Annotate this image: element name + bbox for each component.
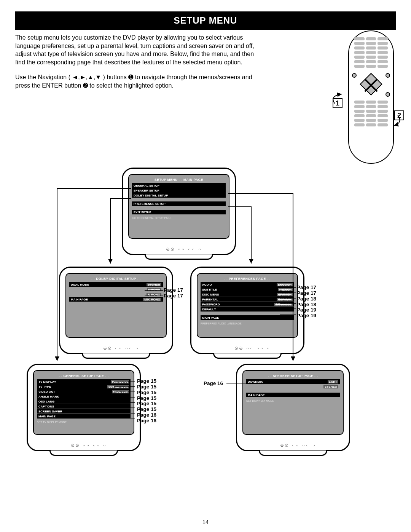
menu-item: ANGLE MARK xyxy=(37,394,131,399)
menu-item-label: MAIN PAGE xyxy=(38,415,56,418)
callout-flag-1: 1 xyxy=(333,98,342,108)
tv-knobs: ⦾⦾ ○○ ○○ ○ xyxy=(65,346,177,351)
menu-item-value: STEREO xyxy=(147,283,161,286)
page-reference: Page 15 xyxy=(137,379,156,384)
menu-item: DISC MENUSPANISH xyxy=(201,292,294,297)
page-reference: Page 17 xyxy=(164,288,183,293)
menu-item-label: MAIN PAGE xyxy=(71,298,88,301)
screen-dolby-title: - - DOLBY DIGITAL SETUP - - xyxy=(69,277,163,281)
right-arrow-icon: ► xyxy=(80,74,86,80)
intro-paragraph: The setup menu lets you customize the DV… xyxy=(15,34,259,66)
menu-item: TV TYPELETTER BOX xyxy=(37,384,131,389)
menu-item-value: SPANISH xyxy=(277,293,293,296)
screen-general-title: - - GENERAL SETUP PAGE - - xyxy=(37,374,131,378)
menu-item-label: SPEAKER SETUP xyxy=(134,189,159,192)
tv-knobs: ⦾⦾ ○○ ○○ ○ xyxy=(242,443,354,448)
menu-item: SUBTITLEFRENCH xyxy=(201,287,294,292)
menu-item-label: GENERAL SETUP xyxy=(134,184,159,187)
page-reference: Page 18 xyxy=(297,296,316,302)
manual-page: SETUP MENU The setup menu lets you custo… xyxy=(0,0,411,532)
menu-item-value: WIDE 16:9 xyxy=(112,390,129,393)
screen-prefs: - - PREFERENCES PAGE - - AUDIOENGLISHSUB… xyxy=(197,273,298,338)
menu-item-label: DEFAULT xyxy=(202,308,216,311)
menu-item-value: STEREO xyxy=(323,385,338,388)
menu-item-label: SCREEN SAVER xyxy=(38,410,62,413)
menu-item: DOWNMIXLT/RT xyxy=(246,379,340,384)
navigation-instructions: Use the Navigation ( ◄,►,▲,▼ ) buttons ➊… xyxy=(15,73,259,89)
menu-item: AUDIOENGLISH xyxy=(201,282,294,287)
speaker-page-refs: Page 16 xyxy=(204,381,223,387)
tv-knobs: ⦾⦾ ○○ ○○ ○ xyxy=(33,443,145,448)
menu-item-label: DOLBY DIGITAL SETUP xyxy=(134,194,168,197)
page-title: SETUP MENU xyxy=(15,11,396,30)
dolby-page-refs: Page 17Page 17 xyxy=(164,288,183,299)
screen-dolby: - - DOLBY DIGITAL SETUP - - DUAL MODESTE… xyxy=(65,273,167,338)
tv-main-page: SETUP MENU - - MAIN PAGE GENERAL SETUPSP… xyxy=(122,168,236,255)
menu-item: PASSWORDJAPANESE xyxy=(201,302,294,307)
menu-item: VIDEO OUTWIDE 16:9 xyxy=(37,389,131,394)
page-reference: Page 17 xyxy=(164,293,183,299)
remote-dpad xyxy=(349,71,393,97)
menu-item: TV DISPLAYPAN SCAN xyxy=(37,379,131,384)
menu-item-value: L-MONO xyxy=(147,288,161,291)
page-reference: Page 15 xyxy=(137,407,156,412)
menu-item-value: PAN SCAN xyxy=(111,380,129,383)
step-1-icon: ➊ xyxy=(128,74,133,80)
menu-item: PARENTALGERMAN xyxy=(201,297,294,302)
tv-speaker-setup: - - SPEAKER SETUP PAGE - - DOWNMIXLT/RTS… xyxy=(236,364,350,451)
menu-item-label: PARENTAL xyxy=(202,298,218,301)
tv-dolby-setup: - - DOLBY DIGITAL SETUP - - DUAL MODESTE… xyxy=(59,267,173,354)
menu-item: SPEAKER SETUP xyxy=(132,188,226,193)
menu-item: SCREEN SAVER xyxy=(37,409,131,414)
page-number: 14 xyxy=(202,519,209,525)
page-reference: Page 16 xyxy=(137,418,156,424)
menu-item-label: DISC MENU xyxy=(202,293,219,296)
menu-item-label: TV DISPLAY xyxy=(38,380,56,383)
page-reference: Page 16 xyxy=(204,381,223,387)
menu-item-label: DOWNMIX xyxy=(248,380,263,383)
menu-item: EXIT SETUP xyxy=(132,210,226,214)
menu-item: CAPTIONS xyxy=(37,404,131,409)
menu-item: L-MONO xyxy=(69,287,163,292)
menu-item: DEFAULT xyxy=(201,307,294,312)
screen-main-title: SETUP MENU - - MAIN PAGE xyxy=(132,178,226,182)
menu-item-label: ANGLE MARK xyxy=(38,395,59,398)
menu-item-label: PREFERENCE SETUP xyxy=(134,202,166,206)
screen-general: - - GENERAL SETUP PAGE - - TV DISPLAYPAN… xyxy=(33,370,134,435)
prefs-page-refs: Page 17Page 17Page 18Page 18Page 19Page … xyxy=(297,285,316,319)
menu-item-label: MAIN PAGE xyxy=(202,316,219,320)
menu-item: GENERAL SETUP xyxy=(132,183,226,188)
screen-speaker-title: - - SPEAKER SETUP PAGE - - xyxy=(246,374,340,378)
menu-item-label: DUAL MODE xyxy=(71,283,89,286)
left-arrow-icon: ◄ xyxy=(72,74,78,80)
nav-mid1: ) buttons xyxy=(103,74,129,80)
menu-item: DUAL MODESTEREO xyxy=(69,282,163,287)
menu-item: STEREO xyxy=(246,384,340,389)
screen-general-hint: SET TV DISPLAY MODE xyxy=(37,421,131,423)
tv-preferences: - - PREFERENCES PAGE - - AUDIOENGLISHSUB… xyxy=(190,267,304,354)
up-arrow-icon: ▲ xyxy=(88,74,94,80)
nav-prefix: Use the Navigation ( xyxy=(15,74,70,80)
menu-item: MAIN PAGE xyxy=(37,414,131,419)
menu-item-label: CAPTIONS xyxy=(38,405,54,408)
screen-speaker-hint: SET DOWNMIX MODE xyxy=(246,399,340,402)
menu-item: OSD LANG xyxy=(37,399,131,404)
page-reference: Page 15 xyxy=(137,401,156,407)
menu-item-label: PASSWORD xyxy=(202,303,220,306)
menu-item-value: MIX-MONO xyxy=(143,298,161,301)
menu-item-label: AUDIO xyxy=(202,283,212,286)
menu-item: PREFERENCE SETUP xyxy=(132,201,226,206)
menu-item-label: EXIT SETUP xyxy=(134,211,151,214)
menu-item: R-MONO xyxy=(69,292,163,297)
down-arrow-icon: ▼ xyxy=(95,74,101,80)
remote-control-illustration xyxy=(348,30,394,164)
menu-item-label: SUBTITLE xyxy=(202,288,217,291)
tv-knobs: ⦾⦾ ○○ ○○ ○ xyxy=(128,247,240,252)
menu-item-value: LT/RT xyxy=(328,380,338,383)
menu-item-value: JAPANESE xyxy=(274,303,293,306)
menu-item-value: R-MONO xyxy=(147,293,161,296)
page-reference: Page 19 xyxy=(297,307,316,313)
menu-item-label: TV TYPE xyxy=(38,385,51,388)
page-reference: Page 15 xyxy=(137,396,156,401)
menu-item: MAIN PAGE xyxy=(246,393,340,397)
